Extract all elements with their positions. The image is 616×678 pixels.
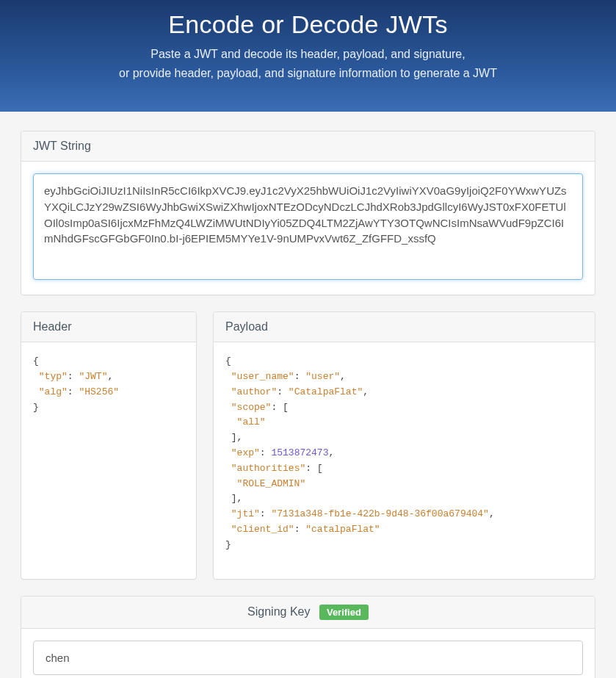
jwt-string-label: JWT String: [21, 131, 595, 162]
hero-banner: Encode or Decode JWTs Paste a JWT and de…: [0, 0, 616, 112]
header-json: { "typ": "JWT", "alg": "HS256" }: [33, 354, 184, 567]
payload-json: { "user_name": "user", "author": "Catalp…: [225, 354, 583, 567]
header-panel: Header { "typ": "JWT", "alg": "HS256" }: [21, 311, 197, 580]
jwt-string-input[interactable]: [33, 173, 583, 280]
header-label: Header: [21, 312, 196, 342]
signing-key-input[interactable]: [33, 641, 583, 675]
signing-key-panel: Signing Key Verified: [21, 596, 595, 678]
verified-badge: Verified: [319, 605, 369, 620]
signing-key-label: Signing Key: [247, 605, 310, 618]
page-title: Encode or Decode JWTs: [15, 10, 601, 39]
payload-panel: Payload { "user_name": "user", "author":…: [213, 311, 595, 580]
page-subtitle-2: or provide header, payload, and signatur…: [15, 64, 601, 83]
page-subtitle-1: Paste a JWT and decode its header, paylo…: [15, 45, 601, 64]
jwt-string-panel: JWT String: [21, 131, 595, 295]
signing-key-heading: Signing Key Verified: [21, 596, 595, 629]
payload-label: Payload: [214, 312, 595, 342]
